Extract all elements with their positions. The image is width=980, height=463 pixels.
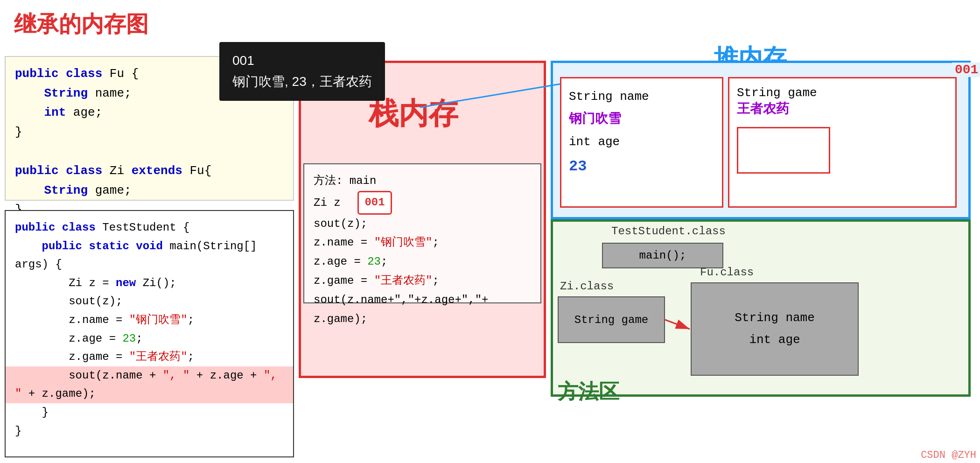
zi-class-label: Zi.class [560, 280, 614, 293]
code-line: sout(z); [15, 292, 284, 311]
stack-line: z.name = "钢门吹雪"; [314, 233, 531, 253]
fu-class-box: String name int age [691, 282, 859, 376]
fu-field1: String name [735, 307, 815, 329]
stack-var: Zi z 001 [314, 191, 531, 215]
heap-001-badge: 001 [952, 63, 980, 77]
code-line: Zi z = new Zi(); [15, 274, 284, 293]
heap-field2-value: 23 [569, 153, 714, 180]
code-line: sout(z.name + ", " + z.age + ", " + z.ga… [15, 366, 284, 403]
stack-line: sout(z); [314, 215, 531, 234]
code-line [15, 142, 284, 161]
heap-field2-label: int age [569, 131, 714, 153]
highlighted-code-line: sout(z.name + ", " + z.age + ", " + z.ga… [6, 366, 293, 403]
heap-field1-value: 钢门吹雪 [569, 108, 714, 131]
stack-frame: 方法: main Zi z 001 sout(z); z.name = "钢门吹… [303, 163, 541, 303]
heap-inner-box [737, 127, 830, 174]
heap-game-label: String game [737, 86, 948, 100]
tooltip-line2: 钢门吹雪, 23，王者农药 [232, 71, 372, 92]
code-line: public class TestStudent { [15, 218, 284, 237]
heap-game-value: 王者农药 [737, 100, 948, 118]
code-line: z.age = 23; [15, 330, 284, 348]
code-line: } [15, 422, 284, 441]
fu-class-label: Fu.class [700, 266, 754, 279]
code-line: z.game = "王者农药"; [15, 348, 284, 366]
main-box: main(); [602, 243, 723, 268]
ref-badge: 001 [357, 191, 392, 215]
code-box-bottom: public class TestStudent { public static… [5, 210, 294, 457]
code-line: } [15, 403, 284, 422]
zi-class-box: String game [558, 296, 665, 343]
watermark: CSDN @ZYH [917, 448, 980, 463]
stack-line: sout(z.name+","+z.age+","+ z.game); [314, 291, 531, 329]
code-line: String game; [15, 181, 284, 201]
ts-class-label: TestStudent.class [611, 225, 726, 238]
fu-field2: int age [749, 329, 800, 351]
stack-method-label: 方法: main [314, 172, 531, 191]
stack-line: z.age = 23; [314, 253, 531, 272]
code-line: int age; [15, 103, 284, 123]
tooltip-box: 001 钢门吹雪, 23，王者农药 [219, 42, 385, 101]
code-line: } [15, 123, 284, 142]
page-title: 继承的内存图 [14, 9, 148, 39]
stack-line: z.game = "王者农药"; [314, 272, 531, 291]
code-line: public static void main(String[] args) { [15, 237, 284, 274]
tooltip-line1: 001 [232, 50, 372, 71]
heap-field1-label: String name [569, 86, 714, 108]
method-area-label: 方法区 [558, 378, 619, 406]
heap-cell-right: String game 王者农药 [728, 77, 957, 208]
code-line: public class Zi extends Fu{ [15, 161, 284, 181]
code-line: z.name = "钢门吹雪"; [15, 311, 284, 330]
heap-cell-left: String name 钢门吹雪 int age 23 [560, 77, 723, 208]
